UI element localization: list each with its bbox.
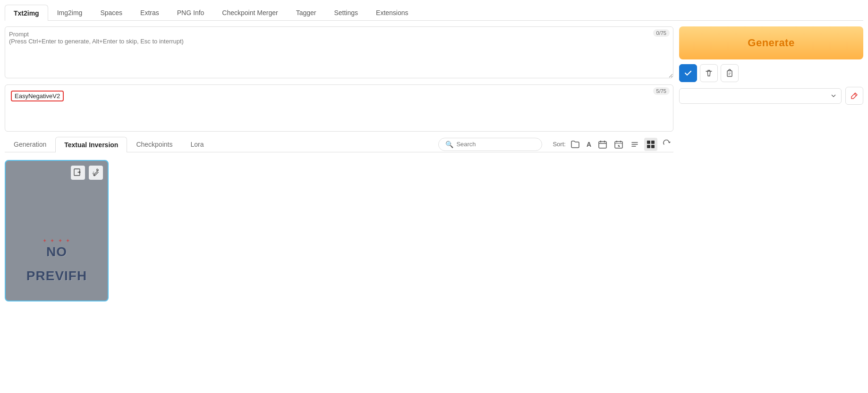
nav-tabs: Txt2img Img2img Spaces Extras PNG Info C… [5,5,863,21]
negative-prompt-highlighted-text: EasyNegativeV2 [11,91,64,101]
clipboard-icon [725,69,734,77]
sort-edit-btn[interactable] [612,138,625,151]
sort-alpha-btn[interactable]: A [585,139,593,150]
search-icon: 🔍 [445,141,453,148]
sub-tab-checkpoints[interactable]: Checkpoints [127,136,181,152]
checkbox-btn[interactable] [679,64,697,82]
style-edit-btn[interactable] [845,87,863,105]
main-layout: 0/75 EasyNegativeV2 5/75 Generation Text… [5,26,863,303]
left-panel: 0/75 EasyNegativeV2 5/75 Generation Text… [5,26,673,303]
preview-cards-area: ✦ ✦ ✦ ✦ NO PREVIFH [5,158,673,303]
trash-btn[interactable] [700,64,718,82]
style-dropdown-row [679,87,863,105]
sort-refresh-btn[interactable] [660,138,673,151]
sub-tab-generation[interactable]: Generation [5,136,55,152]
search-input[interactable] [456,141,522,148]
svg-rect-2 [647,141,650,144]
right-panel: Generate [679,26,863,303]
prompt-textarea[interactable] [5,26,673,78]
folder-icon [570,140,580,149]
svg-rect-3 [651,141,655,144]
generate-button[interactable]: Generate [679,26,863,59]
tab-extras[interactable]: Extras [131,5,168,20]
tab-checkpoint-merger[interactable]: Checkpoint Merger [213,5,287,20]
prompt-token-counter: 0/75 [653,29,670,37]
app-container: Txt2img Img2img Spaces Extras PNG Info C… [0,0,868,393]
svg-point-7 [94,175,95,176]
svg-rect-0 [599,142,606,148]
pencil-icon [850,92,859,100]
grid-icon [646,140,655,149]
wrench-icon [92,168,100,177]
prompt-container: 0/75 [5,26,673,80]
svg-rect-4 [647,145,650,148]
action-icons-row [679,64,863,82]
sort-alpha-icon: A [587,141,591,148]
tab-extensions[interactable]: Extensions [367,5,417,20]
no-preview-text-line2: PREVIFH [26,269,87,293]
refresh-icon [662,140,672,149]
style-dropdown[interactable] [679,88,842,104]
no-preview-dots: ✦ ✦ ✦ ✦ [26,238,87,244]
tab-txt2img[interactable]: Txt2img [5,5,48,21]
no-preview-label: ✦ ✦ ✦ ✦ NO PREVIFH [22,238,92,301]
svg-rect-1 [615,142,622,148]
trash-icon [705,69,713,77]
clipboard-btn[interactable] [721,64,739,82]
svg-rect-8 [727,71,732,76]
sort-list-btn[interactable] [628,138,641,151]
sort-date-btn[interactable] [596,138,609,151]
calendar-icon [598,140,607,149]
sort-controls: Sort: A [553,138,673,151]
tab-img2img[interactable]: Img2img [48,5,92,20]
tab-tagger[interactable]: Tagger [287,5,325,20]
sort-folder-icon-btn[interactable] [569,138,582,151]
sub-tab-lora[interactable]: Lora [181,136,213,152]
tab-spaces[interactable]: Spaces [91,5,131,20]
search-box: 🔍 [438,138,542,151]
sub-tabs-row: Generation Textual Inversion Checkpoints… [5,136,673,152]
preview-card-actions [71,166,103,180]
svg-rect-5 [651,145,655,148]
sort-label: Sort: [553,141,565,148]
sub-tabs: Generation Textual Inversion Checkpoints… [5,136,213,152]
sort-grid-btn[interactable] [644,138,657,151]
no-preview-text-line1: NO [26,245,87,269]
check-icon [684,69,692,77]
sub-tab-textual-inversion[interactable]: Textual Inversion [55,137,127,152]
negative-prompt-container: EasyNegativeV2 5/75 [5,84,673,132]
tab-png-info[interactable]: PNG Info [168,5,213,20]
tab-settings[interactable]: Settings [325,5,367,20]
send-to-icon [74,168,82,177]
negative-prompt-token-counter: 5/75 [653,87,670,95]
edit-calendar-icon [614,140,623,149]
list-icon [630,140,639,149]
preview-settings-btn[interactable] [89,166,103,180]
preview-send-btn[interactable] [71,166,85,180]
preview-card[interactable]: ✦ ✦ ✦ ✦ NO PREVIFH [5,160,109,301]
